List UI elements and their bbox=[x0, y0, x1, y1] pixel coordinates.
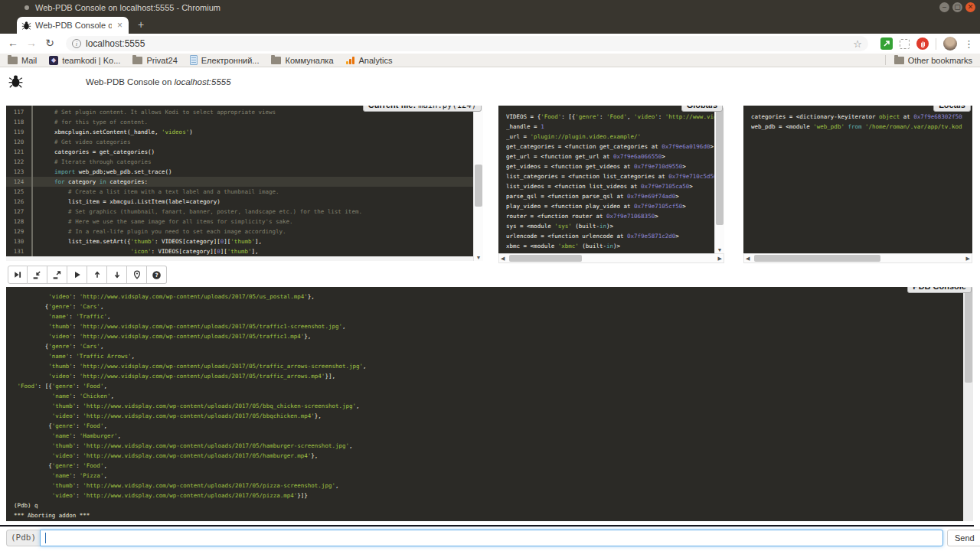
globals-vscrollbar[interactable]: ▼ bbox=[714, 106, 724, 253]
maximize-button[interactable]: ▢ bbox=[952, 2, 962, 12]
menu-kebab-icon[interactable]: ⋮ bbox=[964, 38, 974, 50]
app-indicator-dot bbox=[24, 5, 29, 10]
console-line: *** Aborting addon *** bbox=[14, 510, 962, 520]
globals-line: xbmc = <module 'xbmc' (built-in)> bbox=[506, 241, 714, 251]
address-bar[interactable]: i localhost:5555 ☆ bbox=[66, 36, 868, 51]
extension-capture-icon[interactable] bbox=[900, 39, 910, 49]
folder-icon bbox=[271, 57, 281, 64]
bookmark-folder[interactable]: Mail bbox=[8, 56, 37, 65]
bookmark-doc[interactable]: Електронний... bbox=[190, 55, 260, 65]
site-info-icon[interactable]: i bbox=[72, 39, 81, 48]
tab-title: Web-PDB Console on loca bbox=[35, 21, 112, 30]
scroll-down-icon[interactable]: ▼ bbox=[715, 246, 724, 253]
pdb-console-panel: PDB Console 'video': 'http://www.vidspla… bbox=[6, 287, 973, 521]
extension-blocker-icon[interactable] bbox=[916, 37, 929, 50]
window-titlebar: Web-PDB Console on localhost:5555 - Chro… bbox=[0, 0, 980, 15]
help-button[interactable]: ? bbox=[147, 266, 167, 284]
scroll-right-icon[interactable]: ▶ bbox=[718, 254, 722, 263]
code-line: 130 list_item.setArt({'thumb': VIDEOS[ca… bbox=[6, 236, 473, 246]
profile-avatar[interactable] bbox=[943, 37, 957, 51]
forward-icon[interactable]: → bbox=[24, 37, 38, 49]
bookmark-chart[interactable]: Analytics bbox=[346, 56, 393, 65]
locals-lines: categories = <dictionary-keyiterator obj… bbox=[751, 112, 962, 132]
console-line: 'name': 'Traffic', bbox=[14, 311, 962, 321]
gutter-divider bbox=[31, 106, 33, 256]
globals-line: get_videos = <function get_videos at 0x7… bbox=[506, 161, 714, 171]
close-button[interactable]: ✕ bbox=[965, 2, 975, 12]
current-file-panel: Current file: main.py(124) 117 # Set plu… bbox=[6, 106, 483, 261]
up-button[interactable] bbox=[87, 266, 107, 284]
step-out-button[interactable] bbox=[47, 266, 67, 284]
globals-line: list_categories = <function list_categor… bbox=[506, 171, 714, 181]
reload-icon[interactable]: ↻ bbox=[43, 37, 57, 49]
console-line: 'video': 'http://www.vidsplay.com/wp-con… bbox=[14, 292, 962, 302]
globals-line: router = <function router at 0x7f9e71068… bbox=[506, 211, 714, 221]
extension-green-icon[interactable] bbox=[880, 37, 893, 50]
scroll-down-icon[interactable]: ▼ bbox=[474, 254, 483, 261]
bookmarks-bar: Mail◆teamkodi | Ko...Privat24Електронний… bbox=[0, 54, 980, 67]
scroll-right-icon[interactable]: ▶ bbox=[966, 254, 970, 263]
console-line: 'thumb': 'http://www.vidsplay.com/wp-con… bbox=[14, 361, 962, 371]
locals-line: categories = <dictionary-keyiterator obj… bbox=[751, 112, 962, 122]
console-line: {'genre': 'Cars', bbox=[14, 302, 962, 311]
webpdb-page: Web-PDB Console on localhost:5555 Curren… bbox=[0, 67, 980, 551]
code-line: 119 xbmcplugin.setContent(_handle, 'vide… bbox=[6, 127, 473, 137]
bookmark-folder[interactable]: Коммуналка bbox=[271, 56, 333, 65]
console-divider bbox=[0, 525, 974, 527]
bookmark-label: Електронний... bbox=[201, 56, 260, 65]
pdb-console-label: PDB Console bbox=[907, 287, 972, 293]
console-line: 'name': 'Chicken', bbox=[14, 391, 962, 401]
code-hscrollbar[interactable] bbox=[6, 256, 473, 261]
console-line: 'name': 'Traffic Arrows', bbox=[14, 351, 962, 361]
console-line: 'video': 'http://www.vidsplay.com/wp-con… bbox=[14, 451, 962, 461]
page-title-host: localhost:5555 bbox=[174, 77, 230, 86]
send-button[interactable]: Send bbox=[947, 530, 980, 546]
folder-icon bbox=[894, 57, 904, 64]
globals-line: list_videos = <function list_videos at 0… bbox=[506, 181, 714, 191]
globals-hscrollbar[interactable]: ◀ ▶ bbox=[498, 253, 724, 263]
bookmark-folder[interactable]: Privat24 bbox=[132, 56, 177, 65]
code-line: 125 # Create a list item with a text lab… bbox=[6, 187, 473, 197]
globals-line: play_video = <function play_video at 0x7… bbox=[506, 201, 714, 211]
current-file-name: main.py(124) bbox=[418, 106, 476, 109]
folder-icon bbox=[132, 57, 142, 64]
console-line: (Pdb) q bbox=[14, 500, 962, 510]
code-vscrollbar[interactable]: ▼ bbox=[473, 106, 483, 261]
pdb-command-input[interactable] bbox=[40, 530, 943, 546]
bookmark-star-icon[interactable]: ☆ bbox=[853, 38, 862, 50]
tab-webpdb[interactable]: Web-PDB Console on loca × bbox=[17, 17, 129, 34]
text-caret bbox=[45, 533, 46, 543]
bookmark-label: teamkodi | Ko... bbox=[62, 56, 120, 65]
pdb-prompt-label: (Pdb) bbox=[6, 530, 40, 546]
bookmark-kodi[interactable]: ◆teamkodi | Ko... bbox=[49, 56, 120, 65]
code-line: 128 # Here we use the same image for all… bbox=[6, 217, 473, 227]
scroll-left-icon[interactable]: ◀ bbox=[501, 254, 505, 263]
down-button[interactable] bbox=[107, 266, 127, 284]
next-button[interactable] bbox=[8, 266, 28, 284]
locals-hscrollbar[interactable]: ◀ ▶ bbox=[743, 253, 972, 263]
new-tab-button[interactable]: + bbox=[135, 19, 147, 31]
scroll-left-icon[interactable]: ◀ bbox=[746, 254, 750, 263]
step-into-button[interactable] bbox=[28, 266, 47, 284]
console-vscrollbar[interactable] bbox=[963, 287, 973, 521]
where-button[interactable] bbox=[127, 266, 147, 284]
prompt-row: (Pdb) Send bbox=[0, 530, 980, 548]
back-icon[interactable]: ← bbox=[6, 37, 20, 49]
minimize-button[interactable]: – bbox=[939, 2, 949, 12]
console-line: 'thumb': 'http://www.vidsplay.com/wp-con… bbox=[14, 401, 962, 411]
globals-line: get_categories = <function get_categorie… bbox=[506, 142, 714, 152]
locals-line: web_pdb = <module 'web_pdb' from '/home/… bbox=[751, 122, 962, 132]
toolbar-separator bbox=[936, 38, 936, 50]
console-line: 'thumb': 'http://www.vidsplay.com/wp-con… bbox=[14, 321, 962, 331]
code-line: 123 import web_pdb;web_pdb.set_trace() bbox=[6, 167, 473, 177]
url-text[interactable]: localhost:5555 bbox=[86, 38, 848, 49]
kodi-icon: ◆ bbox=[49, 56, 58, 65]
code-line: 126 list_item = xbmcgui.ListItem(label=c… bbox=[6, 197, 473, 207]
console-line: {'genre': 'Cars', bbox=[14, 341, 962, 351]
code-line: 122 # Iterate through categories bbox=[6, 157, 473, 167]
tab-close-icon[interactable]: × bbox=[116, 20, 124, 31]
code-lines: 117 # Set plugin content. It allows Kodi… bbox=[6, 107, 473, 261]
other-bookmarks[interactable]: Other bookmarks bbox=[894, 56, 972, 65]
console-line: 'name': 'Pizza', bbox=[14, 471, 962, 481]
continue-button[interactable] bbox=[67, 266, 87, 284]
